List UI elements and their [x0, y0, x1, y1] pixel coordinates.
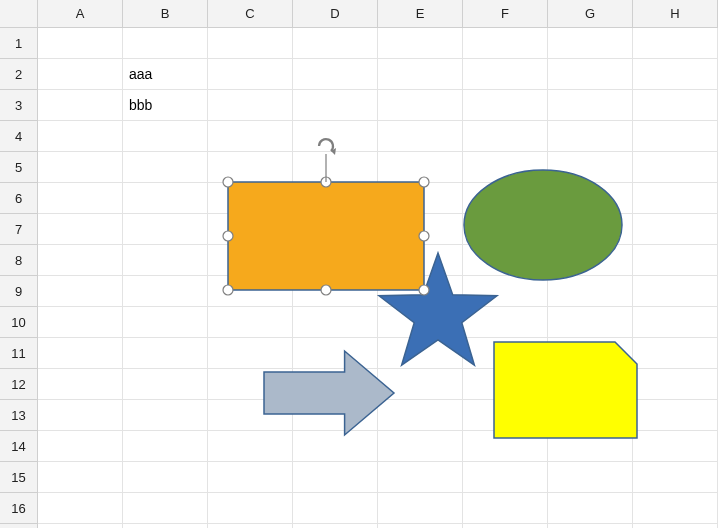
- cell-B1[interactable]: [123, 28, 208, 59]
- cell-C15[interactable]: [208, 462, 293, 493]
- cell-C1[interactable]: [208, 28, 293, 59]
- cell-B14[interactable]: [123, 431, 208, 462]
- shape-ellipse[interactable]: [464, 170, 622, 280]
- cell-F1[interactable]: [463, 28, 548, 59]
- selection-handle[interactable]: [321, 285, 331, 295]
- cell-B11[interactable]: [123, 338, 208, 369]
- cell-A5[interactable]: [38, 152, 123, 183]
- cell-E13[interactable]: [378, 400, 463, 431]
- cell-D1[interactable]: [293, 28, 378, 59]
- cell-B6[interactable]: [123, 183, 208, 214]
- cell-H15[interactable]: [633, 462, 718, 493]
- cell-D16[interactable]: [293, 493, 378, 524]
- row-header-11[interactable]: 11: [0, 338, 38, 369]
- cell-E2[interactable]: [378, 59, 463, 90]
- cell-E17[interactable]: [378, 524, 463, 528]
- row-header-8[interactable]: 8: [0, 245, 38, 276]
- cell-H6[interactable]: [633, 183, 718, 214]
- cell-F16[interactable]: [463, 493, 548, 524]
- selection-handle[interactable]: [223, 177, 233, 187]
- shape-rectangle[interactable]: [228, 182, 424, 290]
- cell-A1[interactable]: [38, 28, 123, 59]
- row-header-6[interactable]: 6: [0, 183, 38, 214]
- cell-E1[interactable]: [378, 28, 463, 59]
- cell-G4[interactable]: [548, 121, 633, 152]
- cell-G1[interactable]: [548, 28, 633, 59]
- cell-E3[interactable]: [378, 90, 463, 121]
- cell-C2[interactable]: [208, 59, 293, 90]
- row-header-17[interactable]: 17: [0, 524, 38, 528]
- select-all-corner[interactable]: [0, 0, 38, 28]
- column-header-G[interactable]: G: [548, 0, 633, 28]
- cell-B17[interactable]: [123, 524, 208, 528]
- cell-D10[interactable]: [293, 307, 378, 338]
- cell-H2[interactable]: [633, 59, 718, 90]
- cell-H1[interactable]: [633, 28, 718, 59]
- cell-C5[interactable]: [208, 152, 293, 183]
- column-header-A[interactable]: A: [38, 0, 123, 28]
- cell-H5[interactable]: [633, 152, 718, 183]
- selection-handle[interactable]: [419, 177, 429, 187]
- cell-D17[interactable]: [293, 524, 378, 528]
- cell-C16[interactable]: [208, 493, 293, 524]
- cell-B10[interactable]: [123, 307, 208, 338]
- cell-C4[interactable]: [208, 121, 293, 152]
- cell-A8[interactable]: [38, 245, 123, 276]
- cell-H9[interactable]: [633, 276, 718, 307]
- cell-A16[interactable]: [38, 493, 123, 524]
- cell-B7[interactable]: [123, 214, 208, 245]
- cell-C11[interactable]: [208, 338, 293, 369]
- cell-G3[interactable]: [548, 90, 633, 121]
- row-header-4[interactable]: 4: [0, 121, 38, 152]
- column-header-C[interactable]: C: [208, 0, 293, 28]
- cell-D2[interactable]: [293, 59, 378, 90]
- cell-A15[interactable]: [38, 462, 123, 493]
- cell-B15[interactable]: [123, 462, 208, 493]
- cell-C3[interactable]: [208, 90, 293, 121]
- shape-snip-rectangle[interactable]: [494, 342, 637, 438]
- cell-B13[interactable]: [123, 400, 208, 431]
- cell-F3[interactable]: [463, 90, 548, 121]
- cell-D5[interactable]: [293, 152, 378, 183]
- row-header-7[interactable]: 7: [0, 214, 38, 245]
- cell-H17[interactable]: [633, 524, 718, 528]
- cell-D4[interactable]: [293, 121, 378, 152]
- cell-H13[interactable]: [633, 400, 718, 431]
- cell-C17[interactable]: [208, 524, 293, 528]
- cell-B16[interactable]: [123, 493, 208, 524]
- cell-A9[interactable]: [38, 276, 123, 307]
- column-header-D[interactable]: D: [293, 0, 378, 28]
- cell-A3[interactable]: [38, 90, 123, 121]
- cell-H16[interactable]: [633, 493, 718, 524]
- cell-E14[interactable]: [378, 431, 463, 462]
- cell-H12[interactable]: [633, 369, 718, 400]
- cell-B8[interactable]: [123, 245, 208, 276]
- cell-A13[interactable]: [38, 400, 123, 431]
- cell-B12[interactable]: [123, 369, 208, 400]
- selection-handle[interactable]: [223, 285, 233, 295]
- row-header-16[interactable]: 16: [0, 493, 38, 524]
- selection-handle[interactable]: [419, 285, 429, 295]
- cell-A4[interactable]: [38, 121, 123, 152]
- cell-A12[interactable]: [38, 369, 123, 400]
- cell-B3[interactable]: bbb: [123, 90, 208, 121]
- cell-H11[interactable]: [633, 338, 718, 369]
- row-header-10[interactable]: 10: [0, 307, 38, 338]
- cell-H8[interactable]: [633, 245, 718, 276]
- cell-A10[interactable]: [38, 307, 123, 338]
- cell-G10[interactable]: [548, 307, 633, 338]
- cell-B4[interactable]: [123, 121, 208, 152]
- cell-B2[interactable]: aaa: [123, 59, 208, 90]
- column-header-H[interactable]: H: [633, 0, 718, 28]
- cell-D14[interactable]: [293, 431, 378, 462]
- selection-handle[interactable]: [419, 231, 429, 241]
- cell-A6[interactable]: [38, 183, 123, 214]
- cell-E4[interactable]: [378, 121, 463, 152]
- column-header-E[interactable]: E: [378, 0, 463, 28]
- cell-H7[interactable]: [633, 214, 718, 245]
- row-header-3[interactable]: 3: [0, 90, 38, 121]
- cell-C14[interactable]: [208, 431, 293, 462]
- row-header-2[interactable]: 2: [0, 59, 38, 90]
- cell-D11[interactable]: [293, 338, 378, 369]
- cell-G17[interactable]: [548, 524, 633, 528]
